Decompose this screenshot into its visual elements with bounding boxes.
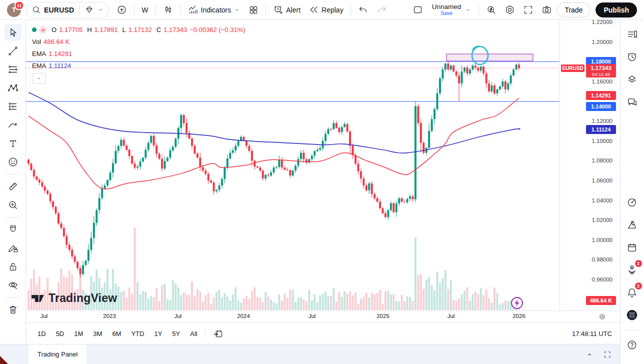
change-value: −0.00362 (−0.31%) bbox=[190, 26, 245, 34]
legend-ema1-row: EMA 1.14291 bbox=[32, 48, 246, 59]
hotlists-button[interactable] bbox=[624, 194, 640, 211]
streams-button[interactable]: 2 bbox=[624, 262, 640, 278]
gear-icon bbox=[504, 4, 515, 15]
measure-tool[interactable] bbox=[4, 178, 22, 195]
range-1m-button[interactable]: 1M bbox=[70, 328, 86, 340]
drawing-mode-tool[interactable] bbox=[4, 240, 22, 256]
chart-type-button[interactable] bbox=[160, 2, 177, 18]
volume-axis-label: 486.64 K bbox=[586, 296, 616, 305]
fib-retracement-tool[interactable] bbox=[4, 61, 22, 78]
help-button[interactable] bbox=[624, 336, 640, 354]
user-menu-button[interactable]: T 11 bbox=[7, 3, 21, 17]
price-axis[interactable]: 1.220001.200001.160001.120001.100001.080… bbox=[560, 20, 620, 310]
brush-tool[interactable] bbox=[4, 116, 22, 134]
alert-button[interactable]: Alert bbox=[270, 2, 304, 18]
clock-utc[interactable]: 17:48:11 UTC bbox=[572, 330, 612, 338]
trash-icon bbox=[8, 304, 18, 315]
price-level-label: 1.14000 bbox=[586, 102, 616, 111]
pattern-tool[interactable] bbox=[4, 80, 22, 96]
ema-fast-line[interactable] bbox=[28, 98, 519, 189]
range-5y-button[interactable]: 5Y bbox=[168, 328, 184, 340]
undo-button[interactable] bbox=[354, 2, 372, 18]
calendar-icon bbox=[626, 242, 638, 253]
time-label: Jul bbox=[308, 313, 316, 319]
chat-button[interactable] bbox=[624, 94, 640, 110]
go-to-date-button[interactable] bbox=[210, 326, 227, 342]
trading-panel-bar: Trading Panel bbox=[0, 344, 620, 364]
time-label: 2026 bbox=[512, 313, 526, 319]
price-tick: 1.10000 bbox=[592, 138, 612, 144]
chevron-down-icon bbox=[464, 6, 472, 14]
text-tool[interactable] bbox=[4, 135, 22, 152]
notifications-button[interactable]: 2 bbox=[624, 284, 640, 301]
alert-clock-icon bbox=[273, 4, 284, 15]
redo-button[interactable] bbox=[373, 2, 390, 18]
save-label[interactable]: Save bbox=[440, 10, 452, 16]
candles-layer bbox=[28, 60, 520, 278]
layout-name-button[interactable]: Unnamed Save bbox=[428, 0, 476, 20]
plus-circle-icon bbox=[116, 4, 127, 15]
apps-button[interactable] bbox=[624, 306, 640, 324]
range-1y-button[interactable]: 1Y bbox=[150, 328, 166, 340]
bell-icon bbox=[626, 287, 638, 298]
ideas-button[interactable] bbox=[624, 216, 640, 234]
range-5d-button[interactable]: 5D bbox=[52, 328, 68, 340]
snapshot-button[interactable] bbox=[538, 2, 556, 18]
notification-count-badge: 11 bbox=[14, 1, 24, 10]
clock-icon bbox=[626, 52, 638, 62]
diamond-icon[interactable] bbox=[84, 5, 94, 14]
compare-add-symbol-button[interactable] bbox=[113, 2, 130, 18]
chart-pane[interactable]: ≈ O1.17705 H1.17891 L1.17132 C1.17343 −0… bbox=[26, 20, 620, 310]
cursor-tool[interactable] bbox=[4, 24, 22, 41]
object-tree-button[interactable] bbox=[624, 71, 640, 88]
range-ytd-button[interactable]: YTD bbox=[128, 328, 148, 340]
alerts-button[interactable] bbox=[624, 48, 640, 66]
time-label: Jul bbox=[174, 313, 182, 319]
price-tick: 0.96000 bbox=[592, 276, 612, 282]
emoji-tool[interactable] bbox=[4, 154, 22, 170]
predict-icon bbox=[8, 101, 18, 112]
lock-drawings-tool[interactable] bbox=[4, 258, 22, 275]
ema1-value: 1.14291 bbox=[48, 50, 72, 58]
range-1d-button[interactable]: 1D bbox=[34, 328, 50, 340]
volume-label: Vol bbox=[32, 38, 41, 46]
panel-chevron-up-icon[interactable] bbox=[585, 350, 594, 359]
trend-line-tool[interactable] bbox=[4, 42, 22, 60]
chart-legend: ≈ O1.17705 H1.17891 L1.17132 C1.17343 −0… bbox=[32, 24, 246, 84]
chevron-down-icon[interactable] bbox=[97, 6, 104, 14]
lock-icon bbox=[8, 261, 18, 272]
zoom-in-tool[interactable] bbox=[4, 196, 22, 214]
redo-icon bbox=[376, 4, 387, 15]
trading-panel-tab[interactable]: Trading Panel bbox=[28, 344, 86, 364]
trade-button[interactable]: Trade bbox=[556, 2, 590, 18]
magnet-tool[interactable] bbox=[4, 221, 22, 238]
axis-settings-gear-icon[interactable] bbox=[598, 313, 606, 320]
hide-drawings-tool[interactable] bbox=[4, 276, 22, 294]
range-3m-button[interactable]: 3M bbox=[90, 328, 106, 340]
watchlist-button[interactable] bbox=[624, 26, 640, 43]
indicator-templates-button[interactable] bbox=[245, 2, 262, 18]
chart-settings-button[interactable] bbox=[501, 2, 518, 18]
range-all-button[interactable]: All bbox=[186, 328, 200, 340]
brush-icon bbox=[8, 120, 18, 130]
high-label: H bbox=[87, 26, 92, 34]
indicators-button[interactable]: Indicators bbox=[184, 2, 244, 18]
remove-drawings-tool[interactable] bbox=[4, 301, 22, 318]
eye-icon bbox=[8, 280, 18, 290]
quick-search-button[interactable] bbox=[482, 2, 500, 18]
panel-expand-icon[interactable] bbox=[603, 350, 612, 359]
publish-button[interactable]: Publish bbox=[596, 2, 637, 18]
symbol-search[interactable]: EURUSD bbox=[26, 2, 109, 18]
range-6m-button[interactable]: 6M bbox=[108, 328, 124, 340]
search-icon bbox=[32, 5, 41, 14]
magnet-icon bbox=[8, 224, 18, 235]
forecast-tool[interactable] bbox=[4, 98, 22, 115]
calendar-button[interactable] bbox=[624, 239, 640, 256]
layout-select-button[interactable] bbox=[409, 2, 426, 18]
legend-collapse-button[interactable] bbox=[32, 73, 46, 84]
time-axis[interactable]: Jul2023Jul2024Jul2025Jul2026 bbox=[26, 310, 620, 322]
resistance-zone-rectangle[interactable] bbox=[446, 54, 533, 61]
interval-button[interactable]: W bbox=[138, 4, 152, 16]
fullscreen-button[interactable] bbox=[520, 2, 537, 18]
replay-button[interactable]: Replay bbox=[305, 2, 347, 18]
